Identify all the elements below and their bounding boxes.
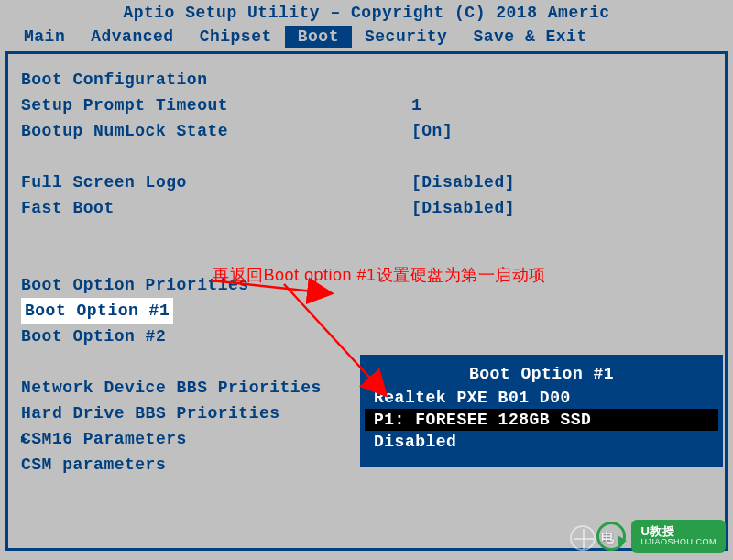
bios-screen: Aptio Setup Utility – Copyright (C) 2018… (0, 0, 733, 560)
submenu-network-bbs[interactable]: Network Device BBS Priorities (21, 375, 369, 401)
tab-save-exit[interactable]: Save & Exit (460, 26, 599, 48)
popup-item-disabled[interactable]: Disabled (365, 431, 718, 453)
value-setup-prompt-timeout: 1 (411, 93, 705, 118)
popup-item-realtek-pxe[interactable]: Realtek PXE B01 D00 (365, 387, 718, 409)
watermark-badge: U教授 UJIAOSHOU.COM (631, 520, 726, 553)
globe-icon (570, 525, 596, 551)
tab-advanced[interactable]: Advanced (78, 26, 186, 48)
tab-security[interactable]: Security (352, 26, 460, 48)
section-header: Boot Configuration (21, 67, 369, 93)
content-frame: Boot Configuration Setup Prompt Timeout … (5, 51, 728, 551)
popup-item-foresee-ssd[interactable]: P1: FORESEE 128GB SSD (365, 409, 718, 431)
watermark-right: U教授 UJIAOSHOU.COM (596, 520, 726, 553)
popup-title: Boot Option #1 (365, 363, 718, 387)
setting-setup-prompt-timeout[interactable]: Setup Prompt Timeout (21, 93, 369, 118)
setting-bootup-numlock-state[interactable]: Bootup NumLock State (21, 118, 369, 144)
setting-fast-boot[interactable]: Fast Boot (21, 195, 369, 221)
boot-option-2[interactable]: Boot Option #2 (21, 324, 369, 349)
refresh-icon (596, 522, 626, 551)
value-fast-boot: [Disabled] (411, 195, 705, 221)
annotation-text: 再返回Boot option #1设置硬盘为第一启动项 (213, 264, 546, 286)
menu-bar: Main Advanced Chipset Boot Security Save… (0, 24, 733, 51)
value-full-screen-logo: [Disabled] (411, 170, 705, 195)
bios-title: Aptio Setup Utility – Copyright (C) 2018… (0, 0, 733, 24)
tab-chipset[interactable]: Chipset (187, 26, 285, 48)
boot-option-1[interactable]: Boot Option #1 (21, 298, 369, 324)
setting-full-screen-logo[interactable]: Full Screen Logo (21, 170, 369, 195)
value-bootup-numlock-state: [On] (411, 118, 705, 144)
tab-main[interactable]: Main (11, 26, 78, 48)
settings-right-column: 1 [On] [Disabled] [Disabled] (411, 67, 705, 221)
submenu-hard-drive-bbs[interactable]: Hard Drive BBS Priorities (21, 401, 369, 426)
submenu-csm-parameters[interactable]: CSM parameters (21, 452, 369, 478)
boot-option-popup: Boot Option #1 Realtek PXE B01 D00 P1: F… (363, 357, 720, 464)
tab-boot[interactable]: Boot (285, 26, 352, 48)
submenu-csm16-parameters[interactable]: CSM16 Parameters (21, 426, 369, 452)
